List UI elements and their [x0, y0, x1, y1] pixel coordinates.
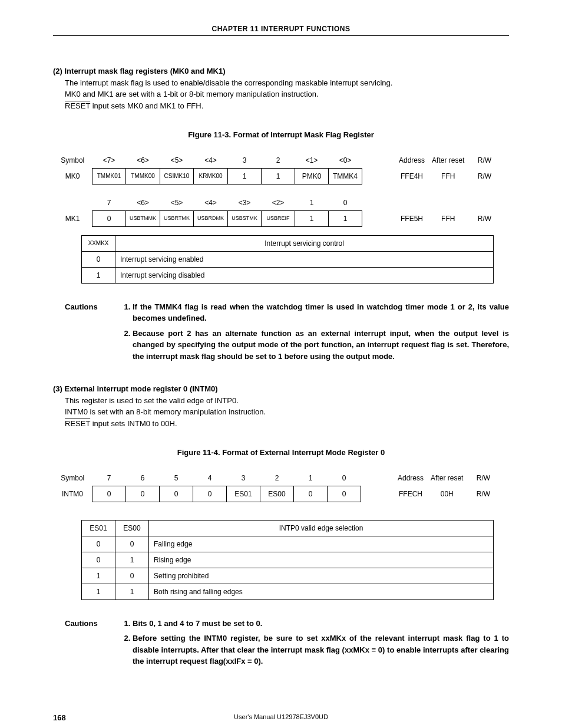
reset-overline-2: RESET: [65, 419, 90, 428]
mk0-addr: FFE4H: [395, 168, 428, 184]
section-2-p3: RESET input sets MK0 and MK1 to FFH.: [65, 100, 509, 112]
cautions-2-li1: Bits 0, 1 and 4 to 7 must be set to 0.: [133, 618, 509, 630]
mk1-c6: USBTMMK: [126, 210, 160, 226]
es-r3-b: 1: [115, 584, 149, 599]
es-r1-t: Rising edge: [149, 552, 494, 568]
mk1-h7: 7: [92, 195, 126, 211]
intm0-h5: 5: [160, 470, 193, 486]
mk1-h0: 0: [329, 195, 362, 211]
mk0-h2: 2: [262, 153, 295, 169]
page-number: 168: [53, 712, 66, 724]
intm0-h1: 1: [294, 470, 328, 486]
address-label: Address: [395, 153, 428, 169]
mk1-h6: <6>: [126, 195, 160, 211]
mk1-rw: R/W: [468, 210, 501, 226]
symbol-label: Symbol: [53, 153, 92, 169]
mk1-c3: USBSTMK: [228, 210, 262, 226]
cautions-2-li2: Before setting the INTM0 register, be su…: [133, 633, 509, 667]
es-desc-header: INTP0 valid edge selection: [149, 520, 494, 536]
section-2-p1: The interrupt mask flag is used to enabl…: [65, 77, 509, 89]
intm0-c0: 0: [328, 486, 361, 502]
mk1-h2: <2>: [262, 195, 295, 211]
rw-label: R/W: [468, 153, 501, 169]
mk0-c0: TMMK4: [329, 168, 362, 184]
intm0-h4: 4: [193, 470, 227, 486]
intm0-h7: 7: [92, 470, 126, 486]
intm0-h3: 3: [227, 470, 260, 486]
section-3-p1: This register is used to set the valid e…: [65, 395, 509, 407]
mk1-h3: <3>: [228, 195, 262, 211]
xxmkx-lookup-table: XXMKX Interrupt servicing control 0 Inte…: [81, 235, 494, 284]
intm0-c2: ES00: [260, 486, 294, 502]
section-2-p3b: input sets MK0 and MK1 to FFH.: [90, 101, 203, 110]
es-r0-t: Falling edge: [149, 536, 494, 552]
es-lookup-table: ES01 ES00 INTP0 valid edge selection 0 0…: [81, 520, 494, 600]
mk1-symbol: MK1: [53, 210, 92, 226]
intm0-addr: FFECH: [394, 486, 427, 502]
mk0-h4: <4>: [194, 153, 228, 169]
mk0-c5: CSIMK10: [160, 168, 194, 184]
mk1-c7: 0: [92, 210, 126, 226]
es01-header: ES01: [82, 520, 115, 536]
es-r2-t: Setting prohibited: [149, 568, 494, 584]
mk1-h5: <5>: [160, 195, 194, 211]
es-r3-a: 1: [82, 584, 115, 599]
xxmkx-r1-t: Interrupt servicing disabled: [115, 267, 494, 283]
mk0-h6: <6>: [126, 153, 160, 169]
mk1-h1: 1: [295, 195, 329, 211]
mk0-c4: KRMK00: [194, 168, 228, 184]
chapter-header: CHAPTER 11 INTERRUPT FUNCTIONS: [53, 24, 509, 36]
intm0-c3: ES01: [227, 486, 260, 502]
es-r1-b: 1: [115, 552, 149, 568]
mk1-c5: USBRTMK: [160, 210, 194, 226]
section-3-p3b: input sets INTM0 to 00H.: [90, 419, 177, 428]
xxmkx-desc-header: Interrupt servicing control: [115, 235, 494, 251]
section-3-title: (3) External interrupt mode register 0 (…: [53, 383, 509, 395]
es-r2-a: 1: [82, 568, 115, 584]
after-reset-label: After reset: [428, 153, 468, 169]
intm0-h6: 6: [126, 470, 160, 486]
figure-11-3-title: Figure 11-3. Format of Interrupt Mask Fl…: [53, 129, 509, 141]
cautions-1-li2: Because port 2 has an alternate function…: [133, 328, 509, 363]
reset-overline: RESET: [65, 101, 90, 110]
xxmkx-r1-v: 1: [82, 267, 115, 283]
register-table-intm0: Symbol 7 6 5 4 3 2 1 0 Address After res…: [53, 470, 500, 502]
mk0-h5: <5>: [160, 153, 194, 169]
xxmkx-r0-v: 0: [82, 251, 115, 267]
intm0-symbol-label: Symbol: [53, 470, 92, 486]
mk0-c7: TMMK01: [92, 168, 126, 184]
mk0-c1: PMK0: [295, 168, 329, 184]
mk0-reset: FFH: [428, 168, 468, 184]
cautions-2-label: Cautions: [65, 618, 121, 671]
es00-header: ES00: [115, 520, 149, 536]
mk0-h7: <7>: [92, 153, 126, 169]
mk0-h3: 3: [228, 153, 262, 169]
es-r0-b: 0: [115, 536, 149, 552]
section-2-title: (2) Interrupt mask flag registers (MK0 a…: [53, 65, 509, 77]
xxmkx-header: XXMKX: [82, 235, 115, 251]
section-3-p2: INTM0 is set with an 8-bit memory manipu…: [65, 406, 509, 418]
intm0-c1: 0: [294, 486, 328, 502]
intm0-c6: 0: [126, 486, 160, 502]
intm0-symbol: INTM0: [53, 486, 92, 502]
mk1-c1: 1: [295, 210, 329, 226]
page-footer: 168 User's Manual U12978EJ3V0UD: [53, 712, 509, 724]
mk1-h4: <4>: [194, 195, 228, 211]
es-r3-t: Both rising and falling edges: [149, 584, 494, 599]
section-3-p3: RESET input sets INTM0 to 00H.: [65, 418, 509, 430]
mk1-c4: USBRDMK: [194, 210, 228, 226]
xxmkx-r0-t: Interrupt servicing enabled: [115, 251, 494, 267]
mk1-addr: FFE5H: [395, 210, 428, 226]
cautions-1-label: Cautions: [65, 301, 121, 366]
intm0-reset: 00H: [427, 486, 467, 502]
mk1-c0: 1: [329, 210, 362, 226]
es-r2-b: 0: [115, 568, 149, 584]
intm0-c4: 0: [193, 486, 227, 502]
section-2-p2: MK0 and MK1 are set with a 1-bit or 8-bi…: [65, 88, 509, 100]
intm0-addr-label: Address: [394, 470, 427, 486]
figure-11-4-title: Figure 11-4. Format of External Interrup…: [53, 447, 509, 459]
mk1-reset: FFH: [428, 210, 468, 226]
mk0-rw: R/W: [468, 168, 501, 184]
mk0-h1: <1>: [295, 153, 329, 169]
es-r0-a: 0: [82, 536, 115, 552]
